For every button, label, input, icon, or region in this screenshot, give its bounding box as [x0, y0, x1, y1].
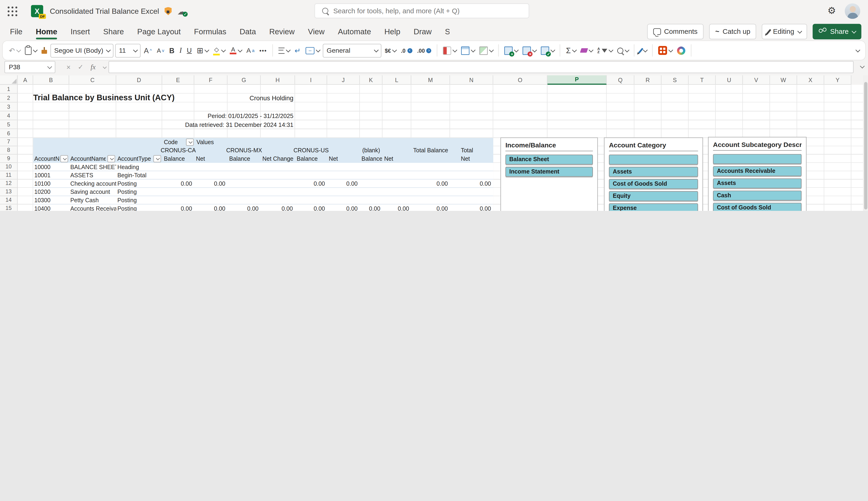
row-header-6[interactable]: 6 — [0, 129, 18, 138]
share-button[interactable]: Share — [813, 24, 861, 40]
cell-account-name[interactable]: BALANCE SHEET — [69, 163, 116, 171]
find-button[interactable] — [615, 43, 630, 57]
cell-account-number[interactable]: 10001 — [33, 171, 69, 179]
code-filter-button[interactable] — [186, 139, 194, 146]
cell-value[interactable] — [450, 188, 493, 195]
row-header-11[interactable]: 11 — [0, 171, 18, 180]
saved-status-icon[interactable]: ☁ — [177, 7, 186, 15]
cell-account-number[interactable]: 10100 — [33, 180, 69, 187]
cell-account-type[interactable]: Posting — [116, 204, 162, 211]
cell-value[interactable] — [450, 196, 493, 204]
cell-value[interactable]: 0.00 — [295, 180, 327, 187]
pivot-row[interactable]: 10400Accounts ReceivablPosting0.000.000.… — [33, 204, 493, 211]
editing-mode-button[interactable]: Editing — [762, 24, 807, 40]
column-header-Y[interactable]: Y — [824, 75, 851, 85]
sort-filter-button[interactable]: AZ — [596, 43, 614, 57]
shrink-font-button[interactable]: Av — [155, 43, 166, 57]
cell-account-name[interactable]: Accounts Receivabl — [69, 204, 116, 211]
row-header-7[interactable]: 7 — [0, 138, 18, 147]
row-header-14[interactable]: 14 — [0, 196, 18, 204]
apps-button[interactable] — [657, 43, 674, 57]
conditional-formatting-button[interactable] — [441, 43, 458, 57]
accountname-filter-button[interactable] — [107, 155, 115, 162]
column-header-A[interactable]: A — [18, 75, 33, 85]
column-header-M[interactable]: M — [411, 75, 450, 85]
cell-value[interactable] — [295, 196, 327, 204]
cell-value[interactable] — [194, 171, 228, 179]
cell-value[interactable]: 0.00 — [228, 204, 261, 211]
select-all-corner[interactable] — [0, 75, 18, 85]
cell-value[interactable] — [194, 163, 228, 171]
vertical-scrollbar[interactable] — [863, 75, 868, 211]
cell-value[interactable] — [228, 188, 261, 195]
autosum-button[interactable]: Σ — [564, 43, 578, 57]
cell-value[interactable] — [327, 171, 360, 179]
cell-account-type[interactable]: Heading — [116, 163, 162, 171]
name-box[interactable]: P38 — [4, 61, 55, 73]
row-header-2[interactable]: 2 — [0, 94, 18, 103]
menu-item-review[interactable]: Review — [270, 22, 295, 41]
merge-cells-button[interactable]: ↔ — [304, 43, 321, 57]
cell-account-number[interactable]: 10400 — [33, 204, 69, 211]
insert-cells-button[interactable]: + — [503, 43, 519, 57]
format-cells-button[interactable]: ✓ — [539, 43, 556, 57]
cell-account-type[interactable]: Posting — [116, 180, 162, 187]
cell-account-number[interactable]: 10300 — [33, 196, 69, 204]
menu-item-draw[interactable]: Draw — [414, 22, 432, 41]
cell-value[interactable] — [360, 188, 382, 195]
cell-value[interactable] — [295, 163, 327, 171]
slicer-item-income-statement[interactable]: Income Statement — [505, 167, 593, 177]
cancel-icon[interactable]: × — [66, 63, 70, 71]
cell-value[interactable] — [327, 196, 360, 204]
column-header-O[interactable]: O — [493, 75, 548, 85]
ink-button[interactable] — [638, 43, 648, 57]
row-header-3[interactable]: 3 — [0, 103, 18, 111]
cell-value[interactable] — [162, 171, 194, 179]
user-avatar[interactable] — [845, 3, 860, 19]
cell-value[interactable] — [228, 163, 261, 171]
slicer-item-blank[interactable] — [713, 154, 802, 164]
column-header-E[interactable]: E — [162, 75, 194, 85]
cell-account-number[interactable]: 10200 — [33, 188, 69, 195]
cell-value[interactable]: 0.00 — [450, 180, 493, 187]
cell-value[interactable] — [411, 188, 450, 195]
insert-function-icon[interactable]: fx — [91, 63, 96, 71]
align-button[interactable] — [277, 43, 291, 57]
increase-decimal-button[interactable]: .00› — [416, 43, 433, 57]
column-header-S[interactable]: S — [661, 75, 689, 85]
cell-value[interactable] — [228, 196, 261, 204]
slicer-item-assets[interactable]: Assets — [609, 167, 698, 177]
cell-value[interactable]: 0.00 — [411, 204, 450, 211]
column-header-Q[interactable]: Q — [607, 75, 635, 85]
grow-font-button[interactable]: A^ — [142, 43, 154, 57]
cell-value[interactable] — [327, 188, 360, 195]
row-header-5[interactable]: 5 — [0, 120, 18, 129]
menu-item-automate[interactable]: Automate — [338, 22, 371, 41]
workbook-title[interactable]: Consolidated Trial Balance Excel — [50, 7, 159, 15]
formula-input[interactable] — [109, 61, 854, 73]
row-header-1[interactable]: 1 — [0, 85, 18, 94]
font-size-select[interactable]: 11 — [115, 43, 141, 57]
cell-value[interactable] — [295, 188, 327, 195]
menu-item-view[interactable]: View — [308, 22, 325, 41]
row-header-8[interactable]: 8 — [0, 146, 18, 154]
borders-button[interactable]: ⊞ — [195, 43, 210, 57]
cell-account-type[interactable]: Posting — [116, 196, 162, 204]
column-header-G[interactable]: G — [228, 75, 261, 85]
sheet-canvas[interactable]: Trial Balance by Business Unit (ACY) Cro… — [18, 85, 863, 211]
row-header-10[interactable]: 10 — [0, 163, 18, 171]
column-header-W[interactable]: W — [770, 75, 797, 85]
row-header-9[interactable]: 9 — [0, 154, 18, 163]
cell-account-name[interactable]: Petty Cash — [69, 196, 116, 204]
cell-value[interactable] — [360, 196, 382, 204]
fill-color-button[interactable]: ◇ — [211, 43, 227, 57]
cell-value[interactable]: 0.00 — [411, 180, 450, 187]
font-settings-button[interactable]: Aa — [245, 43, 256, 57]
menu-item-data[interactable]: Data — [240, 22, 256, 41]
more-font-options-button[interactable]: ••• — [258, 43, 268, 57]
expand-formula-bar-icon[interactable] — [860, 64, 865, 68]
settings-gear-icon[interactable]: ⚙ — [827, 6, 836, 17]
slicer-item-cost-of-goods-sold[interactable]: Cost of Goods Sold — [609, 179, 698, 189]
row-header-4[interactable]: 4 — [0, 111, 18, 120]
underline-button[interactable]: U — [185, 43, 194, 57]
